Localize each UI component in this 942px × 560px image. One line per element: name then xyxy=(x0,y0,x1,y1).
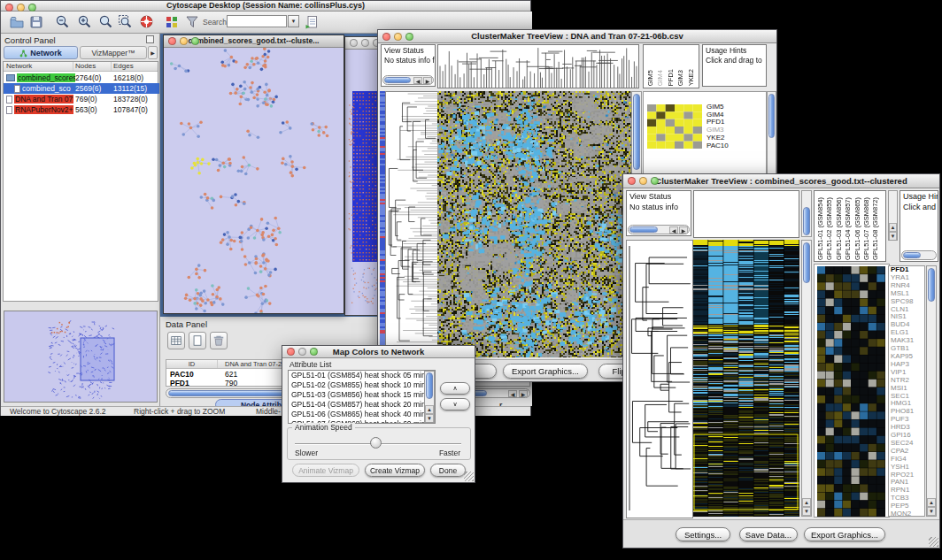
move-up-button[interactable]: ∧ xyxy=(440,382,470,395)
gene-label[interactable]: MON2 xyxy=(889,510,924,517)
export-graphics-button[interactable]: Export Graphics... xyxy=(503,364,588,379)
usage-hints-scrollbar[interactable] xyxy=(901,250,937,260)
done-button[interactable]: Done xyxy=(430,464,466,477)
minimize-button[interactable] xyxy=(180,37,188,45)
animate-vizmap-button[interactable]: Animate Vizmap xyxy=(292,464,359,477)
tab-overflow-button[interactable]: ▶ xyxy=(148,46,158,59)
network-row[interactable]: DNA and Tran 07 769(0) 183728(0) xyxy=(4,94,159,104)
minimize-button[interactable] xyxy=(361,39,369,47)
network1-canvas[interactable] xyxy=(164,48,344,313)
create-vizmap-button[interactable]: Create Vizmap xyxy=(365,464,425,477)
tab-network[interactable]: Network xyxy=(4,46,78,59)
column-label[interactable]: GPL51-07 (GSM868) xyxy=(862,197,870,260)
attribute-item[interactable]: GPL51-03 (GSM856) heat shock 15 min xyxy=(289,390,435,400)
col-network[interactable]: Network xyxy=(4,62,73,71)
close-button[interactable] xyxy=(350,39,358,47)
column-label[interactable]: PFD1 xyxy=(667,69,675,86)
col-id[interactable]: ID xyxy=(166,360,218,368)
zoom-button[interactable] xyxy=(651,177,659,185)
close-button[interactable] xyxy=(287,348,295,356)
column-label[interactable]: GPL51-02 (GSM855) xyxy=(825,197,833,260)
column-label[interactable]: YKE2 xyxy=(687,69,695,86)
minimize-button[interactable] xyxy=(17,4,25,12)
attribute-item[interactable]: GPL51-04 (GSM857) heat shock 20 min xyxy=(289,400,435,410)
column-dendrogram-panel[interactable] xyxy=(437,44,639,88)
resize-grip[interactable] xyxy=(464,472,474,481)
treeview1-title-bar[interactable]: ClusterMaker TreeView : DNA and Tran 07-… xyxy=(378,30,776,43)
row-dendrogram-canvas[interactable] xyxy=(385,91,438,359)
network-row[interactable]: combined_scores 2764(0) 16218(0) xyxy=(4,73,159,83)
column-label[interactable]: GIM5 xyxy=(646,70,654,86)
column-label[interactable]: GPL51-06 (GSM865) xyxy=(853,197,861,260)
help-button[interactable] xyxy=(138,13,155,30)
attribute-list[interactable]: GPL51-01 (GSM854) heat shock 05 minGPL51… xyxy=(288,370,436,424)
minimize-button[interactable] xyxy=(394,33,402,41)
attribute-list-scrollbar[interactable]: ▲▼ xyxy=(424,371,435,423)
col-edges[interactable]: Edges xyxy=(112,62,158,71)
gene-label[interactable]: PAC10 xyxy=(705,142,758,150)
view-status-scrollbar[interactable]: ◀▶ xyxy=(382,75,434,85)
attribute-item[interactable]: GPL51-02 (GSM855) heat shock 10 min xyxy=(289,380,435,390)
close-button[interactable] xyxy=(628,177,636,185)
zoom-button[interactable] xyxy=(405,33,413,41)
birds-eye-canvas[interactable] xyxy=(4,311,157,402)
close-button[interactable] xyxy=(5,4,13,12)
dialog-title-bar[interactable]: Map Colors to Network xyxy=(282,346,475,358)
float-panel-icon[interactable] xyxy=(146,35,154,43)
network-row[interactable]: RNAPuberNov2+ 563(0) 107847(0) xyxy=(4,104,159,115)
header-vscrollbar[interactable] xyxy=(801,190,812,237)
column-label[interactable]: GPL51-01 (GSM854) xyxy=(816,197,824,260)
birds-eye-view[interactable] xyxy=(4,311,158,403)
attribute-item[interactable]: GPL51-06 (GSM865) heat shock 40 min xyxy=(289,410,435,419)
zoom-heatmap-canvas[interactable] xyxy=(647,104,702,149)
network1-title-bar[interactable]: combined_scores_good.txt--cluste... xyxy=(164,35,344,48)
table-mode-button[interactable] xyxy=(167,332,185,349)
zoom-heatmap-canvas[interactable] xyxy=(817,266,885,517)
network-row-selected[interactable]: combined_sco 2569(6) 13112(15) xyxy=(4,83,159,94)
save-session-button[interactable] xyxy=(27,13,44,30)
column-label[interactable]: PAC10 xyxy=(697,65,699,86)
column-label[interactable]: GPL51-08 (GSM872) xyxy=(871,197,879,260)
zoom-button[interactable] xyxy=(310,348,318,356)
search-input[interactable] xyxy=(227,15,287,27)
global-heatmap-canvas[interactable] xyxy=(693,240,799,517)
minimize-button[interactable] xyxy=(298,348,306,356)
attribute-item[interactable]: GPL51-01 (GSM854) heat shock 05 min xyxy=(289,371,435,380)
minimize-button[interactable] xyxy=(639,177,647,185)
save-data-button[interactable]: Save Data... xyxy=(739,527,798,541)
main-title-bar[interactable]: Cytoscape Desktop (Session Name: collins… xyxy=(1,1,530,12)
zoom-button[interactable] xyxy=(28,4,36,12)
close-button[interactable] xyxy=(382,33,390,41)
global-heatmap-canvas[interactable] xyxy=(437,91,631,357)
column-labels-scrollbar[interactable]: ▲▼ xyxy=(888,190,898,241)
vizmapper-button[interactable] xyxy=(163,13,180,30)
column-dendrogram-panel[interactable] xyxy=(693,190,799,238)
import-table-button[interactable] xyxy=(303,13,320,30)
delete-attribute-button[interactable] xyxy=(210,332,228,349)
row-dendrogram-canvas[interactable] xyxy=(626,240,693,518)
settings-button[interactable]: Settings... xyxy=(676,527,730,541)
export-graphics-button[interactable]: Export Graphics... xyxy=(804,527,885,541)
open-session-button[interactable] xyxy=(8,13,25,30)
search-dropdown-button[interactable]: ▼ xyxy=(288,15,299,27)
view-status-scrollbar[interactable]: ◀▶ xyxy=(628,225,690,234)
col-nodes[interactable]: Nodes xyxy=(73,62,112,71)
column-label[interactable]: GPL51-03 (GSM856) xyxy=(835,197,843,260)
column-dendrogram-canvas[interactable] xyxy=(438,45,638,88)
close-button[interactable] xyxy=(168,37,176,45)
zoom-selected-button[interactable] xyxy=(117,13,134,30)
move-down-button[interactable]: ∨ xyxy=(440,398,470,410)
gene-list-vscrollbar[interactable]: ▲▼ xyxy=(926,265,937,517)
resize-grip[interactable] xyxy=(929,537,938,547)
treeview2-title-bar[interactable]: ClusterMaker TreeView : combined_scores_… xyxy=(623,174,939,188)
column-label[interactable]: GIM3 xyxy=(676,70,684,86)
zoom-button[interactable] xyxy=(191,37,199,45)
filter-button[interactable] xyxy=(183,13,200,30)
tab-vizmapper[interactable]: VizMapper™ xyxy=(80,46,147,59)
column-label[interactable]: GIM4 xyxy=(656,70,664,86)
column-label[interactable]: GPL51-04 (GSM857) xyxy=(844,197,852,260)
zoom-fit-button[interactable] xyxy=(97,13,114,30)
zoom-in-button[interactable] xyxy=(76,13,93,30)
zoom-out-button[interactable] xyxy=(54,13,71,30)
new-attribute-button[interactable] xyxy=(189,332,206,349)
